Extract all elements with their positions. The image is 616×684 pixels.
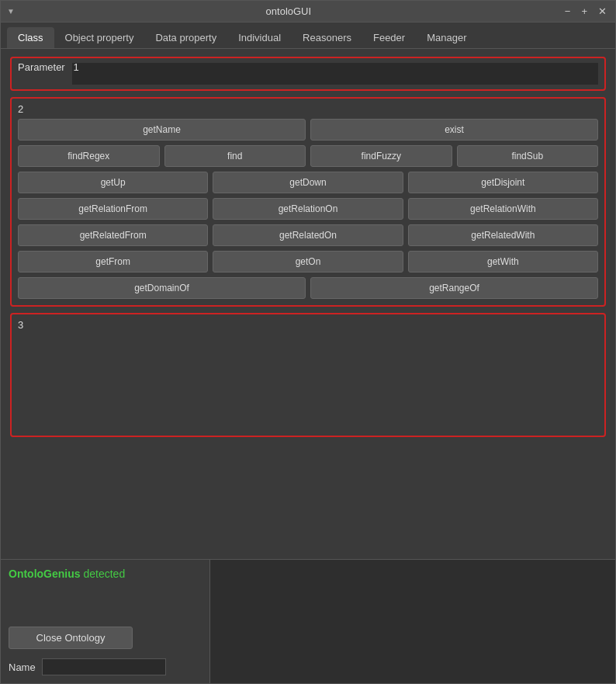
tab-manager[interactable]: Manager <box>416 27 477 48</box>
btn-getFrom[interactable]: getFrom <box>18 251 208 273</box>
btn-getRangeOf[interactable]: getRangeOf <box>310 277 598 299</box>
section-output: 3 <box>10 313 606 437</box>
btn-findFuzzy[interactable]: findFuzzy <box>310 145 452 167</box>
btn-row-3: getUp getDown getDisjoint <box>18 172 598 193</box>
title-bar: ▼ ontoloGUI − + ✕ <box>1 1 615 23</box>
btn-findSub[interactable]: findSub <box>457 145 599 167</box>
btn-getDisjoint[interactable]: getDisjoint <box>408 172 598 193</box>
btn-row-1: getName exist <box>18 119 598 141</box>
main-content: Parameter 1 2 getName exist findRegex fi… <box>1 49 615 559</box>
name-row: Name <box>9 658 202 675</box>
btn-getDomainOf[interactable]: getDomainOf <box>18 277 306 299</box>
btn-getRelatedWith[interactable]: getRelatedWith <box>408 224 598 246</box>
button-grid: getName exist findRegex find findFuzzy f… <box>18 119 598 299</box>
nav-tabs: Class Object property Data property Indi… <box>1 23 615 49</box>
tab-feeder[interactable]: Feeder <box>362 27 416 48</box>
btn-row-4: getRelationFrom getRelationOn getRelatio… <box>18 198 598 220</box>
ontolo-brand: OntoloGenius <box>9 568 81 580</box>
chevron-icon: ▼ <box>7 7 15 16</box>
close-ontology-button[interactable]: Close Ontology <box>9 627 133 649</box>
btn-getUp[interactable]: getUp <box>18 172 208 193</box>
btn-row-2: findRegex find findFuzzy findSub <box>18 145 598 167</box>
bottom-left: OntoloGenius detected Close Ontology Nam… <box>1 560 210 683</box>
tab-data-property[interactable]: Data property <box>144 27 227 48</box>
btn-getRelatedOn[interactable]: getRelatedOn <box>213 224 403 246</box>
window-title: ontoloGUI <box>266 5 312 17</box>
section-2-label: 2 <box>18 103 23 115</box>
btn-getWith[interactable]: getWith <box>408 251 598 273</box>
tab-reasoners[interactable]: Reasoners <box>292 27 362 48</box>
section-1-label: Parameter 1 <box>18 61 79 73</box>
section-buttons: 2 getName exist findRegex find findFuzzy… <box>10 97 606 307</box>
btn-getRelationFrom[interactable]: getRelationFrom <box>18 198 208 220</box>
tab-object-property[interactable]: Object property <box>54 27 145 48</box>
title-bar-left: ▼ <box>7 7 15 16</box>
parameter-input[interactable] <box>72 63 598 85</box>
section-parameter: Parameter 1 <box>10 57 606 91</box>
title-bar-controls: − + ✕ <box>562 5 609 17</box>
btn-getOn[interactable]: getOn <box>213 251 403 273</box>
btn-findRegex[interactable]: findRegex <box>18 145 160 167</box>
btn-getRelatedFrom[interactable]: getRelatedFrom <box>18 224 208 246</box>
main-window: ▼ ontoloGUI − + ✕ Class Object property … <box>0 0 616 684</box>
btn-getRelationOn[interactable]: getRelationOn <box>213 198 403 220</box>
tab-class[interactable]: Class <box>7 27 54 48</box>
bottom-panel: OntoloGenius detected Close Ontology Nam… <box>1 559 615 683</box>
btn-find[interactable]: find <box>164 145 306 167</box>
section-3-label: 3 <box>18 319 23 331</box>
btn-row-6: getFrom getOn getWith <box>18 251 598 273</box>
close-button[interactable]: ✕ <box>596 5 609 17</box>
btn-getDown[interactable]: getDown <box>213 172 403 193</box>
ontolo-detected-label: detected <box>83 568 125 580</box>
btn-row-7: getDomainOf getRangeOf <box>18 277 598 299</box>
tab-individual[interactable]: Individual <box>227 27 292 48</box>
btn-getRelationWith[interactable]: getRelationWith <box>408 198 598 220</box>
btn-row-5: getRelatedFrom getRelatedOn getRelatedWi… <box>18 224 598 246</box>
bottom-right-panel <box>210 560 615 683</box>
maximize-button[interactable]: + <box>579 5 590 17</box>
name-input[interactable] <box>42 658 166 675</box>
btn-getName[interactable]: getName <box>18 119 306 141</box>
ontolo-status-text: OntoloGenius detected <box>9 568 202 580</box>
minimize-button[interactable]: − <box>562 5 573 17</box>
btn-exist[interactable]: exist <box>310 119 598 141</box>
name-label: Name <box>9 661 36 673</box>
